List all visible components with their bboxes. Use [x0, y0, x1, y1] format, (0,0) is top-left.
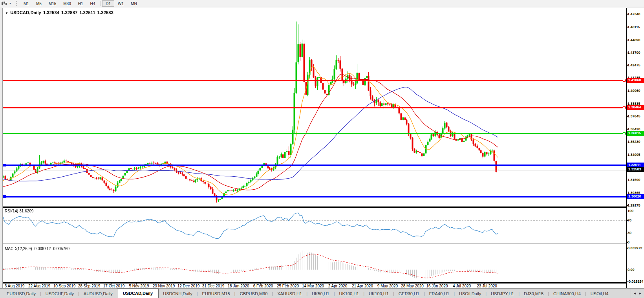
hline-handle-support-upper[interactable] — [3, 164, 6, 166]
macd-indicator-pane[interactable]: MACD(12,26,9) -0.006712 -0.005760 — [3, 245, 626, 283]
hline-handle-resistance-lower[interactable] — [623, 106, 626, 109]
chart-tab-audusd-daily[interactable]: AUDUSD,Daily — [79, 290, 117, 298]
timeframe-button-mn[interactable]: MN — [127, 0, 141, 7]
rsi-indicator-pane[interactable]: RSI(14) 31.6209 — [3, 208, 626, 244]
macd-axis-label: -0.018154 — [628, 280, 644, 283]
timeframe-button-m1[interactable]: M1 — [20, 0, 33, 7]
price-axis-tick: 1.31590 — [628, 178, 640, 182]
hline-support-lower[interactable] — [3, 196, 626, 197]
chart-tab-fra40-h1[interactable]: FRA40,H1 — [425, 290, 454, 298]
hline-handle-resistance-upper[interactable] — [623, 79, 626, 82]
date-label: 23 Jul 2020 — [477, 284, 497, 288]
chart-tab-dj30-m15[interactable]: DJ30,M15 — [520, 290, 548, 298]
date-label: 9 May 2020 — [377, 284, 398, 288]
chart-tab-usdcad-daily[interactable]: USDCAD,Daily — [117, 289, 159, 298]
chart-tab-eurusd-daily[interactable]: EURUSD,Daily — [2, 290, 40, 298]
date-label: 6 Feb 2020 — [253, 284, 273, 288]
price-axis-tick: 1.29175 — [628, 203, 640, 207]
chart-tab-uk100-h1[interactable]: UK100,H1 — [335, 290, 363, 298]
ohlc-high: 1.32887 — [61, 10, 77, 15]
chart-tab-eurusd-m15[interactable]: EURUSD,M15 — [198, 290, 234, 298]
price-axis-tick: 1.43700 — [628, 51, 640, 55]
macd-axis-label: 0.032972 — [628, 246, 642, 250]
current-price-line — [3, 170, 626, 170]
rsi-canvas[interactable] — [3, 208, 626, 243]
tab-scroll-right-icon[interactable]: ► — [639, 292, 642, 295]
date-label: 25 Feb 2020 — [277, 284, 299, 288]
candlestick-chart-icon — [1, 1, 7, 6]
toolbar-drag-handle[interactable] — [16, 1, 18, 6]
chart-tab-china300-h4[interactable]: CHINA300,H4 — [549, 290, 585, 298]
timeframe-button-h1[interactable]: H1 — [75, 0, 87, 7]
chart-type-icon[interactable] — [0, 0, 8, 7]
tab-scroll-left-icon[interactable]: ◄ — [633, 292, 637, 295]
ohlc-low: 1.32511 — [79, 10, 95, 15]
price-axis-tick: 1.37645 — [628, 114, 640, 118]
hline-handle-pivot-green[interactable] — [623, 132, 626, 135]
hline-pivot-green[interactable] — [3, 133, 626, 134]
timeframe-button-w1[interactable]: W1 — [114, 0, 127, 7]
hline-handle-support-lower[interactable] — [3, 195, 6, 198]
chart-tab-hk50-h1[interactable]: HK50,H1 — [307, 290, 334, 298]
price-axis-tick: 1.47340 — [628, 12, 640, 16]
date-label: 10 Sep 2019 — [53, 284, 76, 288]
chart-tab-gbpusd-m30[interactable]: GBPUSD,M30 — [235, 290, 272, 298]
axis-tick-mark — [627, 91, 628, 91]
chart-tab-uk100-h1-2[interactable]: UK100,H1 — [364, 290, 393, 298]
price-axis-tick: 1.35230 — [628, 140, 640, 144]
chart-tab-bar: EURUSD,Daily|USDCHF,Daily|AUDUSD,DailyUS… — [0, 288, 644, 298]
hline-resistance-upper[interactable] — [3, 80, 626, 81]
axis-tick-mark — [627, 65, 628, 66]
macd-canvas[interactable] — [3, 245, 626, 282]
date-label: 18 Jan 2020 — [227, 284, 249, 288]
axis-tick-mark — [627, 211, 628, 211]
price-badge-resistance-upper: 1.41060 — [627, 78, 644, 83]
main-chart-pane[interactable]: ▼USDCAD,Daily1.325341.328871.325111.3258… — [3, 8, 626, 208]
date-label: 17 Oct 2019 — [103, 284, 124, 288]
chart-title: ▼USDCAD,Daily1.325341.328871.325111.3258… — [5, 10, 113, 15]
price-axis-tick: 1.42475 — [628, 63, 640, 67]
axis-tick-mark — [627, 129, 628, 130]
ohlc-open: 1.32534 — [43, 10, 59, 15]
date-label: 22 Aug 2019 — [28, 284, 50, 288]
date-label: 23 Nov 2019 — [153, 284, 175, 288]
ohlc-close: 1.32583 — [97, 10, 113, 15]
chart-tab-usoil-daily[interactable]: USOil,Daily — [455, 290, 485, 298]
timeframe-button-m30[interactable]: M30 — [60, 0, 74, 7]
axis-tick-mark — [627, 142, 628, 142]
chart-tab-usdjpy-h1[interactable]: USDJPY,H1 — [487, 290, 518, 298]
chart-tab-usdchf-daily[interactable]: USDCHF,Daily — [41, 290, 78, 298]
timeframe-buttons-group: M1M5M15M30H1H4D1W1MN — [20, 0, 141, 7]
symbol-dropdown-icon[interactable]: ▼ — [5, 11, 8, 15]
chart-tab-ger30-h1[interactable]: GER30,H1 — [394, 290, 424, 298]
chart-tab-xauusd-h1[interactable]: XAUUSD,H1 — [273, 290, 306, 298]
axis-tick-mark — [627, 104, 628, 104]
price-axis-tick: 1.46115 — [628, 25, 640, 29]
price-badge-resistance-lower: 1.38464 — [627, 105, 644, 110]
axis-tick-mark — [627, 248, 628, 249]
date-label: 28 May 2020 — [401, 284, 424, 288]
axis-tick-mark — [627, 180, 628, 180]
chart-tab-usdcnh-daily[interactable]: USDCNH,Daily — [159, 290, 197, 298]
axis-tick-mark — [627, 53, 628, 53]
price-axis[interactable]: 1.473401.461151.448901.437001.424751.412… — [626, 8, 644, 288]
rsi-label: RSI(14) 31.6209 — [5, 209, 33, 213]
symbol-label: USDCAD,Daily — [10, 10, 41, 15]
chart-type-dropdown-icon[interactable]: ▼ — [8, 2, 13, 5]
hline-resistance-lower[interactable] — [3, 107, 626, 108]
price-axis-tick: 1.34005 — [628, 153, 640, 157]
timeframe-button-m15[interactable]: M15 — [45, 0, 60, 7]
date-label: 12 Dec 2019 — [177, 284, 200, 288]
axis-tick-mark — [627, 242, 628, 243]
timeframe-button-d1[interactable]: D1 — [102, 0, 114, 7]
hline-support-upper[interactable] — [3, 165, 626, 166]
axis-tick-mark — [627, 282, 628, 282]
timeframe-button-m5[interactable]: M5 — [33, 0, 45, 7]
axis-tick-mark — [627, 233, 628, 233]
price-axis-tick: 1.40060 — [628, 89, 640, 93]
timeframe-button-h4[interactable]: H4 — [87, 0, 99, 7]
date-label: 4 Jul 2020 — [453, 284, 471, 288]
chart-tab-usoil-h4[interactable]: USOil,H4 — [586, 290, 613, 298]
window-left-frame — [0, 8, 3, 288]
date-axis[interactable]: 3 Aug 201922 Aug 201910 Sep 201928 Sep 2… — [3, 283, 626, 288]
